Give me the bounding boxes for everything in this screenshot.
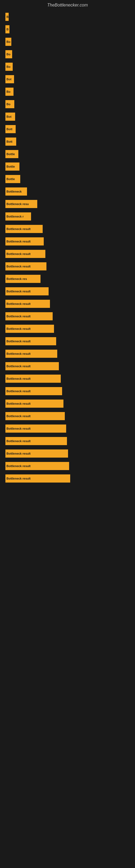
bar-4: Bo [5, 63, 13, 71]
bar-8: Bot [5, 113, 15, 121]
bar-row: Bottle [5, 161, 130, 172]
bar-row: Bottleneck result [5, 424, 130, 434]
bar-15: Bottleneck resu [5, 200, 37, 208]
bar-label-20: Bottleneck result [6, 265, 31, 268]
bar-row: Bott [5, 124, 130, 134]
bar-32: Bottleneck result [5, 412, 65, 420]
bar-row: Bottleneck result [5, 386, 130, 396]
bar-28: Bottleneck result [5, 362, 59, 370]
bar-9: Bott [5, 125, 16, 133]
bar-10: Bott [5, 137, 16, 146]
bar-row: B [5, 24, 130, 34]
bar-12: Bottle [5, 162, 19, 170]
bar-label-26: Bottleneck result [6, 340, 31, 343]
bar-label-8: Bot [6, 115, 11, 118]
bar-0: B [5, 13, 9, 21]
bar-22: Bottleneck result [5, 287, 49, 296]
bar-row: Bottleneck result [5, 348, 130, 359]
bar-row: Bottle [5, 174, 130, 184]
bar-label-3: Bo [6, 53, 10, 56]
bar-row: Bottleneck result [5, 261, 130, 272]
bar-label-37: Bottleneck result [6, 477, 31, 480]
bar-label-12: Bottle [6, 165, 15, 168]
bar-13: Bottle [5, 175, 20, 183]
bar-row: Bottleneck result [5, 236, 130, 247]
bar-row: Bottleneck result [5, 299, 130, 309]
bar-3: Bo [5, 50, 12, 58]
bar-row: Bo [5, 99, 130, 109]
bar-row: Bottleneck result [5, 323, 130, 334]
bar-label-34: Bottleneck result [6, 439, 31, 443]
bar-label-21: Bottleneck res [6, 277, 27, 280]
bar-7: Bo [5, 100, 14, 108]
bar-row: Bottleneck result [5, 224, 130, 234]
bar-label-10: Bott [6, 140, 12, 143]
bar-row: Bo [5, 49, 130, 59]
bar-row: Bo [5, 62, 130, 72]
bar-5: Bot [5, 75, 14, 83]
bar-label-18: Bottleneck result [6, 240, 31, 243]
bar-label-19: Bottleneck result [6, 252, 31, 255]
bar-label-1: B [6, 28, 9, 31]
bar-row: B [5, 12, 130, 22]
bar-label-25: Bottleneck result [6, 327, 31, 330]
bar-label-15: Bottleneck resu [6, 203, 29, 206]
bar-label-2: Bo [6, 40, 10, 43]
bar-row: Bottleneck r [5, 211, 130, 222]
bar-36: Bottleneck result [5, 462, 69, 470]
bar-33: Bottleneck result [5, 425, 66, 433]
bar-21: Bottleneck res [5, 275, 41, 283]
bar-24: Bottleneck result [5, 312, 53, 320]
bar-row: Bo [5, 37, 130, 47]
bar-row: Bottleneck res [5, 274, 130, 284]
bar-row: Bottleneck result [5, 361, 130, 371]
bar-label-17: Bottleneck result [6, 227, 31, 230]
bar-row: Bottleneck result [5, 286, 130, 297]
bars-container: BBBoBoBoBotBoBoBotBottBottBottleBottleBo… [0, 9, 135, 489]
bar-label-31: Bottleneck result [6, 402, 31, 405]
bar-25: Bottleneck result [5, 325, 54, 333]
bar-label-0: B [6, 15, 9, 19]
bar-label-22: Bottleneck result [6, 290, 31, 293]
bar-label-5: Bot [6, 78, 11, 81]
bar-label-16: Bottleneck r [6, 215, 24, 218]
bar-20: Bottleneck result [5, 262, 46, 271]
bar-row: Bot [5, 74, 130, 84]
bar-35: Bottleneck result [5, 450, 68, 458]
site-title: TheBottlenecker.com [0, 0, 135, 9]
bar-label-35: Bottleneck result [6, 452, 31, 455]
bar-row: Bottleneck result [5, 311, 130, 321]
bar-23: Bottleneck result [5, 300, 50, 308]
bar-row: Bottleneck [5, 186, 130, 197]
bar-27: Bottleneck result [5, 350, 57, 358]
bar-row: Bottle [5, 149, 130, 159]
bar-label-33: Bottleneck result [6, 427, 31, 430]
bar-26: Bottleneck result [5, 337, 56, 345]
bar-18: Bottleneck result [5, 237, 44, 246]
bar-19: Bottleneck result [5, 250, 45, 258]
bar-17: Bottleneck result [5, 225, 43, 233]
bar-label-4: Bo [6, 65, 10, 68]
bar-29: Bottleneck result [5, 375, 61, 383]
bar-label-36: Bottleneck result [6, 464, 31, 468]
bar-label-13: Bottle [6, 177, 15, 181]
bar-11: Bottle [5, 150, 18, 158]
bar-row: Bottleneck result [5, 373, 130, 384]
bar-row: Bottleneck result [5, 448, 130, 459]
bar-row: Bottleneck result [5, 336, 130, 346]
bar-label-29: Bottleneck result [6, 377, 31, 380]
bar-label-23: Bottleneck result [6, 302, 31, 305]
bar-row: Bottleneck resu [5, 199, 130, 209]
bar-row: Bottleneck result [5, 461, 130, 471]
bar-16: Bottleneck r [5, 212, 31, 220]
bar-row: Bo [5, 87, 130, 97]
bar-row: Bottleneck result [5, 436, 130, 446]
bar-30: Bottleneck result [5, 387, 62, 395]
bar-row: Bottleneck result [5, 399, 130, 409]
bar-label-6: Bo [6, 90, 10, 93]
bar-label-27: Bottleneck result [6, 352, 31, 355]
bar-row: Bott [5, 136, 130, 147]
bar-label-9: Bott [6, 127, 12, 131]
bar-label-11: Bottle [6, 152, 15, 156]
bar-label-28: Bottleneck result [6, 365, 31, 368]
